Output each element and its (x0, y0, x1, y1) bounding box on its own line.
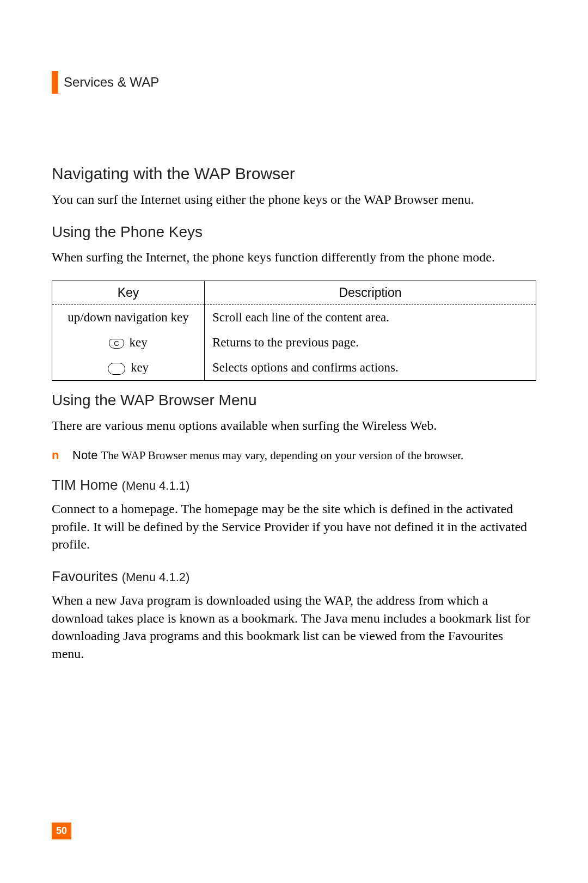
accent-bar-icon (52, 71, 58, 94)
note-content: NoteThe WAP Browser menus may vary, depe… (72, 448, 463, 462)
table-header-desc: Description (205, 281, 536, 305)
key-c-icon: C (109, 339, 124, 349)
table-cell-key: up/down navigation key (52, 305, 205, 330)
heading-navigating: Navigating with the WAP Browser (52, 165, 536, 183)
table-row: up/down navigation key Scroll each line … (52, 305, 536, 330)
key-label: key (130, 336, 148, 349)
section-title: Services & WAP (64, 75, 159, 90)
paragraph-favourites: When a new Java program is downloaded us… (52, 592, 536, 662)
table-row: Ckey Returns to the previous page. (52, 330, 536, 355)
heading-favourites: Favourites (Menu 4.1.2) (52, 568, 536, 585)
table-header-key: Key (52, 281, 205, 305)
heading-tim-home-ref: (Menu 4.1.1) (122, 479, 190, 492)
page-header: Services & WAP (52, 71, 536, 94)
heading-tim-home: TIM Home (Menu 4.1.1) (52, 477, 536, 494)
paragraph-intro: You can surf the Internet using either t… (52, 191, 536, 208)
heading-wap-menu: Using the WAP Browser Menu (52, 392, 536, 409)
paragraph-wap-menu: There are various menu options available… (52, 417, 536, 434)
table-cell-key: key (52, 355, 205, 381)
note-marker-icon: n (52, 448, 72, 462)
keys-table: Key Description up/down navigation key S… (52, 281, 536, 381)
heading-phone-keys: Using the Phone Keys (52, 223, 536, 241)
key-label: key (131, 361, 149, 374)
note-block: n NoteThe WAP Browser menus may vary, de… (52, 448, 536, 462)
paragraph-tim-home: Connect to a homepage. The homepage may … (52, 500, 536, 553)
page-number: 50 (52, 823, 71, 839)
key-round-icon (108, 363, 125, 375)
table-header-row: Key Description (52, 281, 536, 305)
table-row: key Selects options and confirms actions… (52, 355, 536, 381)
table-cell-desc: Returns to the previous page. (205, 330, 536, 355)
note-text: The WAP Browser menus may vary, dependin… (101, 449, 463, 462)
heading-favourites-ref: (Menu 4.1.2) (122, 570, 190, 584)
note-label: Note (72, 448, 97, 462)
heading-tim-home-title: TIM Home (52, 477, 118, 493)
table-cell-desc: Scroll each line of the content area. (205, 305, 536, 330)
table-cell-desc: Selects options and confirms actions. (205, 355, 536, 381)
table-cell-key: Ckey (52, 330, 205, 355)
paragraph-phone-keys: When surfing the Internet, the phone key… (52, 248, 536, 266)
heading-favourites-title: Favourites (52, 568, 118, 584)
